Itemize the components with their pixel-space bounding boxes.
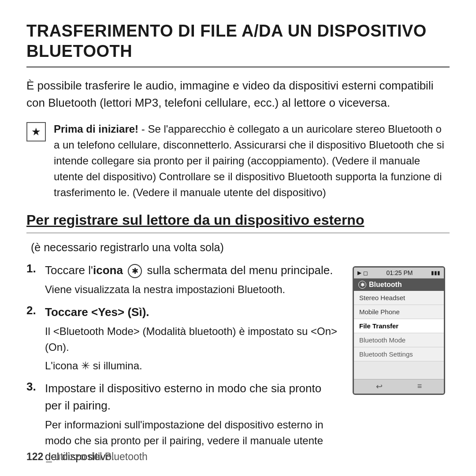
menu-item-btsettings: Bluetooth Settings — [354, 347, 444, 361]
steps-column: 1. Toccare l'icona ✱ sulla schermata del… — [26, 262, 339, 471]
step-1: 1. Toccare l'icona ✱ sulla schermata del… — [26, 262, 339, 298]
play-icon: ▶ — [357, 270, 361, 276]
warning-box: ★ Prima di iniziare! - Se l'apparecchio … — [26, 121, 450, 201]
page-footer: 122 _ utilizzo del Bluetooth — [26, 451, 148, 463]
device-screen-col: ▶ ◻ 01:25 PM ▮▮▮ ✱ Bluetooth Stereo Head… — [353, 262, 450, 471]
device-time: 01:25 PM — [387, 269, 413, 276]
page: TRASFERIMENTO DI FILE A/DA UN DISPOSITIV… — [0, 0, 476, 476]
step-1-sub: Viene visualizzata la nestra impostazion… — [45, 282, 333, 298]
step-2-content: Toccare <Yes> (Sì). Il <Bluetooth Mode> … — [45, 304, 339, 374]
battery-icon: ◻ — [363, 270, 368, 276]
menu-item-filetransfer: File Transfer — [354, 319, 444, 333]
step-2-sub1: Il <Bluetooth Mode> (Modalità bluetooth)… — [45, 324, 339, 355]
content-area: 1. Toccare l'icona ✱ sulla schermata del… — [26, 262, 450, 471]
step-1-num: 1. — [26, 262, 39, 275]
title-divider — [26, 67, 450, 67]
back-button[interactable]: ↩ — [376, 382, 383, 391]
menu-item-mobile: Mobile Phone — [354, 305, 444, 319]
menu-item-btmode: Bluetooth Mode — [354, 333, 444, 347]
step-2-sub2: L'icona ✳ si illumina. — [45, 358, 339, 374]
step-2: 2. Toccare <Yes> (Sì). Il <Bluetooth Mod… — [26, 304, 339, 374]
bluetooth-icon-step1: ✱ — [128, 264, 142, 278]
step-3-num: 3. — [26, 380, 39, 394]
menu-item-stereo: Stereo Headset — [354, 291, 444, 305]
menu-button[interactable]: ≡ — [417, 382, 422, 391]
battery-bar: ▮▮▮ — [431, 270, 440, 276]
bluetooth-logo: ✱ — [358, 281, 366, 289]
device-header-left: ▶ ◻ — [357, 270, 368, 276]
section-divider — [26, 233, 450, 233]
device-header: ▶ ◻ 01:25 PM ▮▮▮ — [354, 268, 444, 279]
star-icon: ★ — [26, 122, 46, 141]
step-2-num: 2. — [26, 304, 39, 317]
intro-text: È possibile trasferire le audio, immagin… — [26, 77, 450, 112]
device-footer: ↩ ≡ — [354, 379, 444, 394]
sub-note: (è necessario registrarlo una volta sola… — [26, 241, 450, 254]
device-screen: ▶ ◻ 01:25 PM ▮▮▮ ✱ Bluetooth Stereo Head… — [353, 266, 445, 395]
section-title: Per registrare sul lettore da un disposi… — [26, 212, 450, 228]
step-1-content: Toccare l'icona ✱ sulla schermata del me… — [45, 262, 333, 298]
page-title: TRASFERIMENTO DI FILE A/DA UN DISPOSITIV… — [26, 21, 450, 61]
warning-text: Prima di iniziare! - Se l'apparecchio è … — [54, 121, 450, 201]
device-title-bar: ✱ Bluetooth — [354, 279, 444, 291]
